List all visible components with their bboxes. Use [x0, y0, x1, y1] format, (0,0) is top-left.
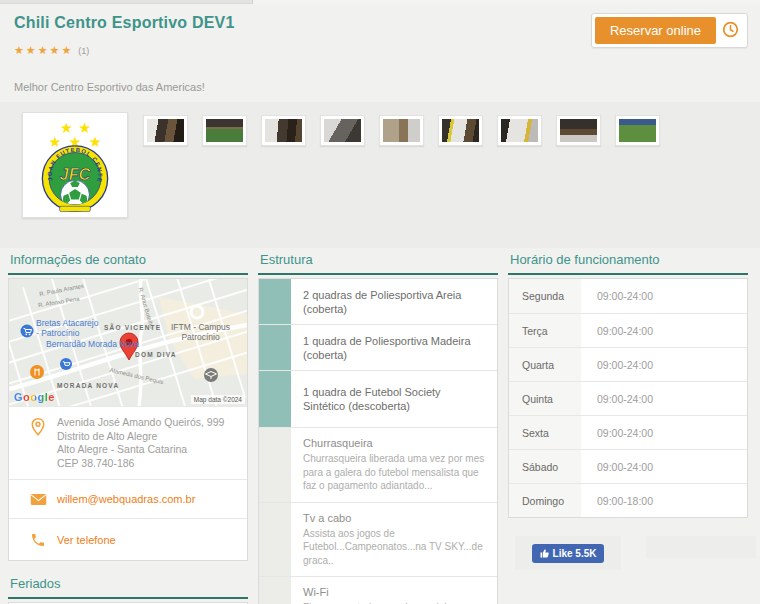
amenity-title: Churrasqueira [303, 436, 485, 451]
hours-column: Horário de funcionamento Segunda 09:00-2… [508, 252, 748, 576]
photo [619, 119, 656, 142]
thumbnail-strip [143, 115, 660, 146]
photo-thumbnail[interactable] [379, 115, 424, 146]
map-copyright: Map data ©2024 [191, 395, 245, 404]
photo-thumbnail[interactable] [438, 115, 483, 146]
amenity-row: Tv a cabo Assista aos jogos de Futebol..… [259, 502, 497, 577]
hours-panel: Segunda 09:00-24:00 Terça 09:00-24:00 Qu… [508, 278, 748, 518]
facility-title: 2 quadras de Poliesportiva Areia (cobert… [291, 279, 497, 324]
photo-thumbnail[interactable] [556, 115, 601, 146]
time-value: 09:00-24:00 [581, 314, 653, 347]
show-phone-link[interactable]: Ver telefone [57, 534, 116, 546]
phone-row: Ver telefone [9, 518, 247, 560]
day-label: Terça [509, 314, 581, 347]
photo [442, 119, 479, 142]
photo [383, 119, 420, 142]
photo-thumbnail[interactable] [261, 115, 306, 146]
google-map[interactable]: R. Paula Arantes R. Afonso Pena R. Artur… [9, 279, 247, 406]
social-widgets: Like 5.5K [508, 536, 748, 576]
hours-row: Terça 09:00-24:00 [509, 313, 747, 347]
time-value: 09:00-24:00 [581, 279, 653, 313]
day-label: Segunda [509, 279, 581, 313]
reserve-button-group: Reservar online [591, 13, 748, 48]
time-value: 09:00-24:00 [581, 348, 653, 381]
photo-thumbnail[interactable] [143, 115, 188, 146]
facility-row: 1 quadra de Poliesportiva Madeira (cober… [259, 324, 497, 370]
photo-thumbnail[interactable] [202, 115, 247, 146]
google-logo[interactable]: Google [14, 391, 55, 403]
holidays-heading: Feriados [8, 576, 248, 599]
facility-title: 1 quadra de Futebol Society Sintético (d… [291, 371, 497, 427]
amenity-title: Wi-Fi [303, 585, 485, 600]
hours-heading: Horário de funcionamento [508, 252, 748, 275]
star-rating-icon: ★★★★★ [14, 44, 73, 57]
svg-text:★: ★ [89, 134, 102, 150]
facebook-like-button[interactable]: Like 5.5K [532, 544, 605, 563]
photo [206, 119, 243, 142]
day-label: Sexta [509, 416, 581, 449]
hours-row: Quarta 09:00-24:00 [509, 347, 747, 381]
photo-thumbnail[interactable] [497, 115, 542, 146]
amenity-row: Churrasqueira Churrasqueira liberada uma… [259, 427, 497, 502]
club-logo-thumbnail[interactable]: ★ ★ ★ ★ ★ JOAN FUTEBOL CENTER JFC [22, 112, 128, 218]
facility-color-block [259, 325, 291, 370]
facility-row: 2 quadras de Poliesportiva Areia (cobert… [259, 279, 497, 324]
photo [324, 119, 361, 142]
social-widget-placeholder [646, 536, 756, 558]
opening-hours-button[interactable] [716, 17, 744, 44]
hours-row: Domingo 09:00-18:00 [509, 483, 747, 517]
time-value: 09:00-24:00 [581, 450, 653, 483]
day-label: Quinta [509, 382, 581, 415]
browser-top-edge [0, 0, 760, 4]
photo [147, 119, 184, 142]
contact-panel: R. Paula Arantes R. Afonso Pena R. Artur… [8, 278, 248, 561]
clock-icon [722, 21, 739, 41]
amenity-color-block [259, 503, 291, 577]
day-label: Sábado [509, 450, 581, 483]
facility-row: 1 quadra de Futebol Society Sintético (d… [259, 370, 497, 427]
time-value: 09:00-24:00 [581, 416, 653, 449]
photo-gallery: ★ ★ ★ ★ ★ JOAN FUTEBOL CENTER JFC [0, 102, 760, 248]
time-value: 09:00-24:00 [581, 382, 653, 415]
facility-title: 1 quadra de Poliesportiva Madeira (cober… [291, 325, 497, 370]
photo-thumbnail[interactable] [320, 115, 365, 146]
location-pin-icon [19, 416, 57, 437]
browser-tab-edge [0, 0, 253, 4]
svg-text:★: ★ [48, 134, 61, 150]
hours-row: Sábado 09:00-24:00 [509, 449, 747, 483]
address-text: Avenida José Amando Queirós, 999 Distrit… [57, 416, 224, 470]
rating-link[interactable]: ★★★★★ (1) [14, 44, 89, 57]
photo [560, 119, 597, 142]
day-label: Quarta [509, 348, 581, 381]
amenity-description: Assista aos jogos de Futebol...Campeonat… [303, 527, 485, 568]
time-value: 09:00-18:00 [581, 484, 653, 517]
email-row: willem@webquadras.com.br [9, 479, 247, 518]
amenity-title: Tv a cabo [303, 511, 485, 526]
phone-icon [19, 531, 57, 548]
estrutura-panel: 2 quadras de Poliesportiva Areia (cobert… [258, 278, 498, 604]
hours-row: Segunda 09:00-24:00 [509, 279, 747, 313]
estrutura-heading: Estrutura [258, 252, 498, 275]
estrutura-column: Estrutura 2 quadras de Poliesportiva Are… [258, 252, 498, 604]
hours-row: Quinta 09:00-24:00 [509, 381, 747, 415]
amenity-row: Wi-Fi Fique conectado as redes sociais .… [259, 576, 497, 604]
thumbs-up-icon [540, 548, 550, 558]
contact-column: Informações de contato [8, 252, 248, 604]
facility-color-block [259, 279, 291, 324]
amenity-color-block [259, 577, 291, 604]
reserve-online-button[interactable]: Reservar online [595, 17, 716, 44]
day-label: Domingo [509, 484, 581, 517]
rating-count: (1) [78, 46, 89, 56]
like-label: Like 5.5K [553, 548, 597, 559]
contact-heading: Informações de contato [8, 252, 248, 275]
address-row: Avenida José Amando Queirós, 999 Distrit… [9, 406, 247, 479]
facebook-like-widget: Like 5.5K [515, 536, 621, 570]
venue-description: Melhor Centro Esportivo das Americas! [14, 81, 205, 93]
page-title: Chili Centro Esportivo DEV1 [14, 14, 235, 32]
hours-row: Sexta 09:00-24:00 [509, 415, 747, 449]
amenity-color-block [259, 428, 291, 502]
club-logo: ★ ★ ★ ★ ★ JOAN FUTEBOL CENTER JFC [27, 117, 123, 213]
photo-thumbnail[interactable] [615, 115, 660, 146]
email-link[interactable]: willem@webquadras.com.br [57, 493, 195, 505]
amenity-description: Churrasqueira liberada uma vez por mes p… [303, 452, 485, 493]
